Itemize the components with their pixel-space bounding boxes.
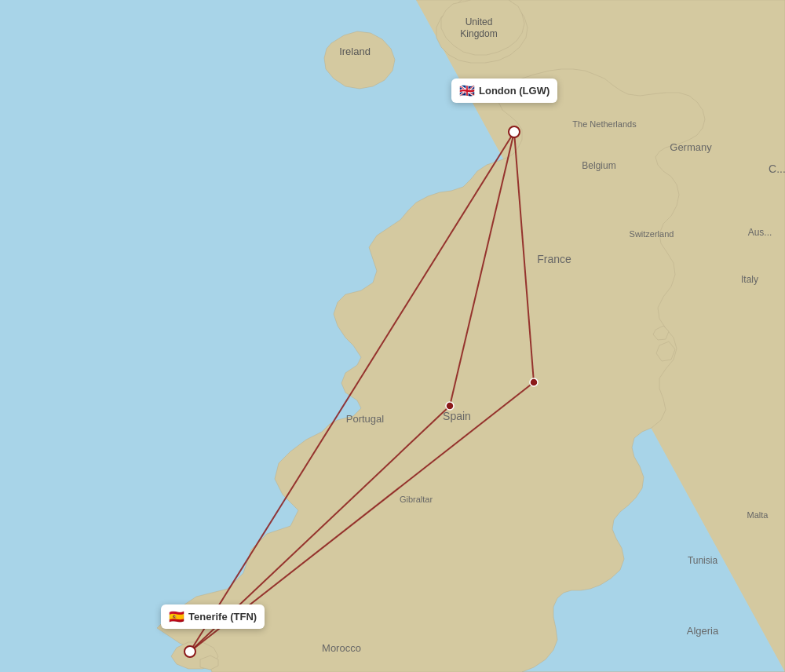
france-label: France	[537, 253, 571, 265]
morocco-label: Morocco	[322, 642, 361, 654]
ireland-label: Ireland	[339, 46, 371, 57]
germany-label: Germany	[670, 141, 712, 153]
austria-partial-label: Aus...	[748, 227, 772, 238]
algeria-label: Algeria	[687, 625, 719, 637]
uk-label-line2: Kingdom	[460, 28, 497, 39]
svg-point-9	[530, 378, 538, 386]
tunisia-label: Tunisia	[688, 555, 718, 566]
switzerland-label: Switzerland	[630, 229, 674, 239]
portugal-label: Portugal	[346, 413, 385, 425]
map-container: Ireland United Kingdom The Netherlands B…	[0, 0, 785, 672]
svg-point-8	[446, 402, 454, 410]
svg-point-6	[509, 126, 520, 137]
map-svg: Ireland United Kingdom The Netherlands B…	[0, 0, 785, 672]
gibraltar-label: Gibraltar	[400, 495, 433, 504]
uk-label-line1: United	[466, 16, 493, 27]
netherlands-label: The Netherlands	[572, 119, 637, 129]
spain-label: Spain	[443, 410, 471, 422]
svg-point-7	[184, 646, 195, 657]
c-partial-label: C...	[769, 163, 785, 175]
italy-label: Italy	[741, 274, 758, 285]
malta-label: Malta	[747, 510, 769, 520]
belgium-label: Belgium	[582, 160, 615, 171]
